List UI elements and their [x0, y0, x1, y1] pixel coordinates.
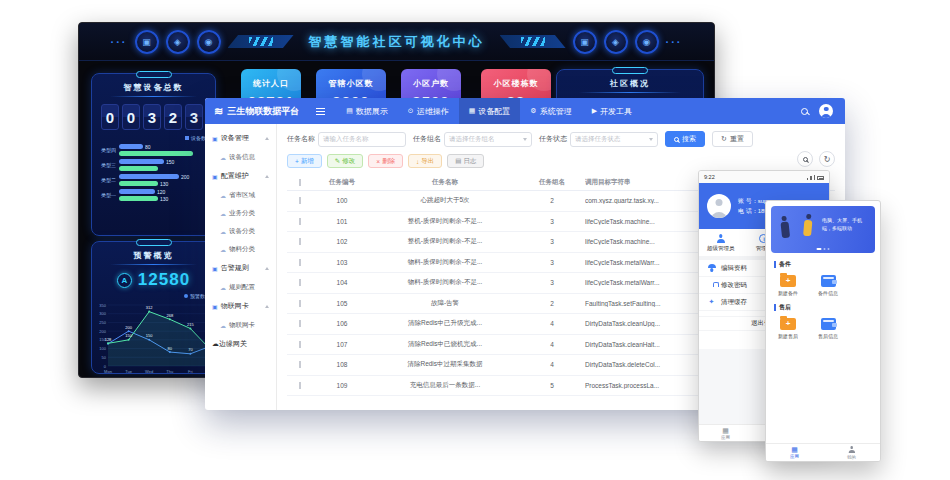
header-decor-right [500, 35, 566, 48]
warning-glyph-icon: ↓ [416, 158, 419, 165]
row-checkbox[interactable] [287, 300, 313, 307]
hamburger-icon[interactable] [316, 108, 325, 115]
home-icon[interactable]: ▣ [135, 30, 159, 54]
menu-gear[interactable]: ⚙系统管理 [520, 98, 581, 124]
svg-text:200: 200 [99, 329, 106, 334]
row-checkbox[interactable] [287, 341, 313, 348]
dashboard-header: ··· ▣◈◉ 智慧智能社区可视化中心 ▣◈◉ ··· [79, 23, 714, 61]
sidebar-group-物联网卡[interactable]: ▣物联网卡 [205, 296, 276, 316]
filter-input[interactable]: 请输入任务名称 [318, 132, 406, 147]
tab-应用[interactable]: ▦应用 [790, 446, 799, 459]
shield-icon[interactable]: ◈ [166, 30, 190, 54]
search-button[interactable]: 搜索 [665, 131, 705, 147]
svg-text:215: 215 [187, 322, 194, 327]
sidebar-item-规则配置[interactable]: ☁规则配置 [205, 278, 276, 296]
select-all-checkbox[interactable] [287, 179, 313, 186]
section-bar-icon [774, 304, 776, 311]
bottom-tabbar: ▦应用我的 [766, 443, 880, 461]
search-icon[interactable] [801, 108, 808, 115]
brand-name: 三生物联数据平台 [227, 105, 299, 118]
导出-button[interactable]: ↓导出 [408, 154, 442, 168]
filter-select[interactable]: 请选择任务状态 [570, 132, 658, 147]
tab-apps[interactable]: ▦ 应用 [721, 427, 730, 440]
sidebar-item-设备分类[interactable]: ☁设备分类 [205, 222, 276, 240]
filter-select[interactable]: 请选择任务组名 [444, 132, 532, 147]
refresh-button[interactable]: ↻ [819, 151, 835, 167]
sidebar-group-设备管理[interactable]: ▣设备管理 [205, 128, 276, 148]
row-checkbox[interactable] [287, 361, 313, 368]
tab-我的[interactable]: 我的 [847, 445, 856, 460]
bar-row: 类型二200130 [92, 173, 215, 187]
table-cell: 108 [313, 361, 371, 368]
row-checkbox[interactable] [287, 218, 313, 225]
community-icon[interactable]: ▣ [573, 30, 597, 54]
sidebar-item-边缘网关[interactable]: ☁边缘网关 [205, 334, 276, 354]
section-title: 备件 [779, 260, 791, 269]
sidebar-group-label: 配置维护 [221, 171, 249, 181]
grid-icon: ▦ [791, 446, 798, 453]
app-备件信息[interactable]: 备件信息 [818, 275, 838, 296]
bar-value-label: 130 [160, 181, 168, 187]
row-checkbox[interactable] [287, 279, 313, 286]
status-bar: 9:22 [699, 171, 829, 183]
stat-card-label: 统计人口 [241, 78, 301, 89]
bar-line: 120 [119, 188, 208, 195]
toggle-search-button[interactable] [797, 151, 813, 167]
sidebar-group-配置维护[interactable]: ▣配置维护 [205, 166, 276, 186]
folder-add-icon [780, 318, 796, 330]
sidebar-item-物料分类[interactable]: ☁物料分类 [205, 240, 276, 258]
row-checkbox[interactable] [287, 259, 313, 266]
stripes-icon [521, 37, 545, 46]
app-售后信息[interactable]: 售后信息 [818, 318, 838, 339]
row-checkbox[interactable] [287, 320, 313, 327]
role-tab-超级管理员[interactable]: 超级管理员 [699, 234, 742, 252]
flip-digit: 3 [185, 104, 203, 130]
table-cell: 充电信息最后一条数据... [371, 381, 519, 390]
user-avatar[interactable] [819, 104, 833, 118]
dev-tools-icon: ▶ [592, 107, 597, 115]
success-glyph-icon: ✎ [335, 157, 340, 165]
修改-button[interactable]: ✎修改 [327, 154, 363, 168]
table-cell: 106 [313, 320, 371, 327]
sidebar-item-设备信息[interactable]: ☁设备信息 [205, 148, 276, 166]
svg-text:100: 100 [99, 346, 106, 351]
reset-button[interactable]: ↻重置 [712, 131, 753, 147]
sidebar-group-告警规则[interactable]: ▣告警规则 [205, 258, 276, 278]
bar-value-label: 200 [181, 174, 189, 180]
button-label: 搜索 [682, 134, 696, 144]
menu-label: 开发工具 [600, 106, 632, 117]
profile-avatar[interactable] [707, 194, 731, 218]
row-checkbox[interactable] [287, 382, 313, 389]
app-新建售后[interactable]: 新建售后 [778, 318, 798, 339]
row-checkbox[interactable] [287, 197, 313, 204]
menu-monitor[interactable]: ▤数据展示 [336, 98, 398, 124]
blue-bar [119, 174, 179, 179]
app-sections: 备件新建备件备件信息售后新建售后售后信息 [766, 253, 880, 339]
stat-card-label: 管辖小区数 [316, 78, 386, 89]
table-cell: 3 [519, 238, 585, 245]
svg-text:Tue: Tue [125, 369, 133, 374]
删除-button[interactable]: ×删除 [368, 154, 403, 168]
title-underline [579, 92, 681, 93]
carousel-dots[interactable] [817, 248, 830, 250]
monitor-icon[interactable]: ◉ [197, 30, 221, 54]
folder-add-icon [780, 275, 796, 287]
日志-button[interactable]: ▤日志 [447, 154, 484, 168]
sidebar-item-物联网卡[interactable]: ☁物联网卡 [205, 316, 276, 334]
sidebar-label: 设备分类 [229, 227, 255, 236]
dot-icon [828, 248, 830, 250]
blue-bar [119, 189, 155, 194]
app-新建备件[interactable]: 新建备件 [778, 275, 798, 296]
row-checkbox[interactable] [287, 238, 313, 245]
新增-button[interactable]: +新增 [287, 154, 322, 168]
sidebar-group-label: 告警规则 [221, 263, 249, 273]
menu-dev-tools[interactable]: ▶开发工具 [582, 98, 642, 124]
cloud-icon: ☁ [220, 154, 226, 161]
menu-device[interactable]: ▦设备配置 [459, 98, 521, 124]
menu-ops[interactable]: ⊙运维操作 [398, 98, 459, 124]
device-icon[interactable]: ◉ [635, 30, 659, 54]
sidebar-item-业务分类[interactable]: ☁业务分类 [205, 204, 276, 222]
chevron-down-icon [649, 138, 653, 141]
enterprise-icon[interactable]: ◈ [604, 30, 628, 54]
sidebar-item-省市区域[interactable]: ☁省市区域 [205, 186, 276, 204]
